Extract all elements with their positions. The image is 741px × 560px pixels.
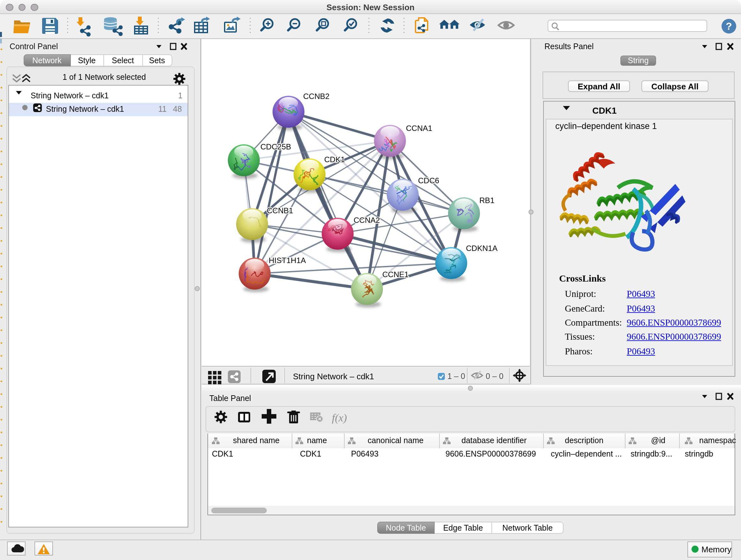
svg-text:CDC6: CDC6 [418,176,439,185]
svg-text:CDK1: CDK1 [324,155,345,164]
svg-text:CCNB2: CCNB2 [303,92,330,101]
svg-text:CCNB1: CCNB1 [267,206,293,215]
svg-text:HIST1H1A: HIST1H1A [269,256,306,265]
svg-text:CDKN1A: CDKN1A [466,244,498,253]
svg-text:CCNE1: CCNE1 [382,270,409,279]
svg-text:CCNA2: CCNA2 [354,216,380,225]
svg-text:RB1: RB1 [479,196,494,205]
svg-text:CCNA1: CCNA1 [406,124,432,132]
svg-text:CDC25B: CDC25B [260,142,291,151]
